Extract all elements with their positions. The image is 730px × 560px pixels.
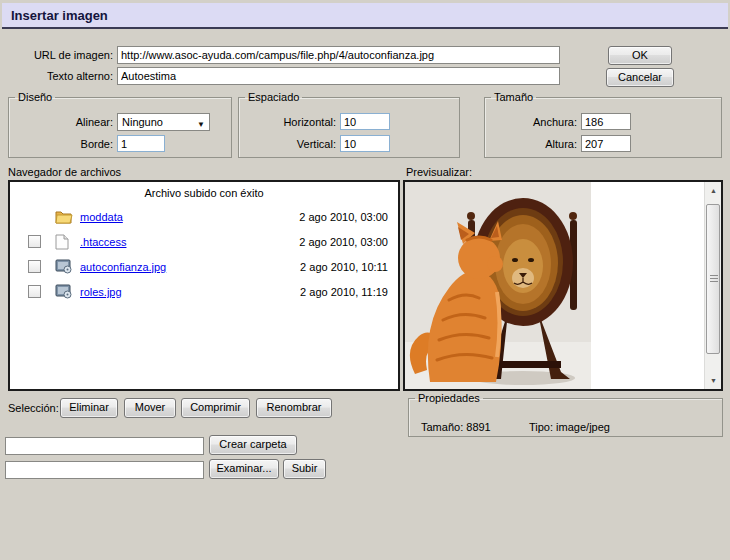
selection-label: Selección: (8, 402, 59, 414)
preview-panel: ▲ ▼ (403, 180, 723, 391)
file-row-autoconfianza: autoconfianza.jpg 2 ago 2010, 10:11 (10, 254, 398, 279)
upload-status-message: Archivo subido con éxito (10, 182, 398, 204)
file-row-moddata: moddata 2 ago 2010, 03:00 (10, 204, 398, 229)
alt-text-label: Texto alterno: (0, 70, 113, 82)
image-file-icon (55, 284, 73, 300)
file-checkbox[interactable] (28, 235, 41, 248)
spacing-legend: Espaciado (245, 91, 302, 103)
file-checkbox[interactable] (28, 285, 41, 298)
align-label: Alinear: (9, 116, 113, 128)
url-input[interactable] (117, 46, 560, 64)
dialog-titlebar: Insertar imagen (2, 3, 728, 29)
size-group: Tamaño Anchura: Altura: (484, 91, 722, 158)
layout-legend: Diseño (15, 91, 55, 103)
ok-button[interactable]: OK (608, 46, 672, 65)
file-link[interactable]: moddata (80, 211, 123, 223)
size-legend: Tamaño (491, 91, 536, 103)
file-link[interactable]: .htaccess (80, 236, 126, 248)
property-type-label: Tipo: (529, 421, 553, 433)
file-checkbox[interactable] (28, 260, 41, 273)
file-browser-label: Navegador de archivos (8, 166, 121, 178)
height-label: Altura: (485, 138, 577, 150)
file-date: 2 ago 2010, 03:00 (299, 211, 398, 223)
file-row-htaccess: .htaccess 2 ago 2010, 03:00 (10, 229, 398, 254)
properties-group: Propiedades Tamaño: 8891 Tipo: image/jpe… (408, 392, 723, 437)
border-label: Borde: (9, 138, 113, 150)
layout-group: Diseño Alinear: Ninguno ▼ Borde: (8, 91, 232, 158)
horizontal-input[interactable] (340, 113, 390, 130)
file-date: 2 ago 2010, 03:00 (299, 236, 398, 248)
folder-icon (55, 209, 73, 225)
preview-scrollbar[interactable]: ▲ ▼ (704, 182, 721, 389)
property-type: Tipo: image/jpeg (529, 421, 610, 433)
upload-button[interactable]: Subir (283, 459, 326, 479)
create-folder-button[interactable]: Crear carpeta (209, 435, 297, 455)
browse-button[interactable]: Examinar... (209, 459, 279, 479)
delete-button[interactable]: Eliminar (60, 398, 118, 418)
property-size-label: Tamaño: (421, 421, 463, 433)
vertical-label: Vertical: (239, 138, 336, 150)
vertical-input[interactable] (340, 135, 390, 152)
file-link[interactable]: roles.jpg (80, 286, 122, 298)
alt-text-input[interactable] (117, 67, 560, 85)
horizontal-label: Horizontal: (239, 116, 336, 128)
scrollbar-grip (710, 275, 718, 284)
chevron-down-icon: ▼ (197, 117, 205, 133)
spacing-group: Espaciado Horizontal: Vertical: (238, 91, 460, 158)
height-input[interactable] (581, 135, 631, 152)
file-link[interactable]: autoconfianza.jpg (80, 261, 166, 273)
file-browser: Archivo subido con éxito moddata 2 ago 2… (8, 180, 400, 391)
border-input[interactable] (117, 135, 165, 152)
scroll-up-icon[interactable]: ▲ (705, 182, 722, 199)
dialog-title: Insertar imagen (11, 8, 108, 23)
file-date: 2 ago 2010, 10:11 (300, 261, 398, 273)
new-folder-input[interactable] (5, 437, 204, 455)
property-type-value: image/jpeg (556, 421, 610, 433)
upload-file-input[interactable] (5, 461, 204, 479)
document-icon (55, 234, 73, 250)
properties-legend: Propiedades (415, 392, 483, 404)
file-row-roles: roles.jpg 2 ago 2010, 11:19 (10, 279, 398, 304)
move-button[interactable]: Mover (124, 398, 176, 418)
file-date: 2 ago 2010, 11:19 (300, 286, 398, 298)
zip-button[interactable]: Comprimir (181, 398, 250, 418)
property-size: Tamaño: 8891 (421, 421, 491, 433)
url-label: URL de imagen: (0, 49, 113, 61)
align-select-value: Ninguno (122, 116, 163, 128)
width-label: Anchura: (485, 116, 577, 128)
align-select[interactable]: Ninguno ▼ (117, 113, 210, 131)
preview-label: Previsualizar: (406, 166, 472, 178)
width-input[interactable] (581, 113, 631, 130)
cancel-button[interactable]: Cancelar (606, 68, 674, 87)
scrollbar-thumb[interactable] (706, 204, 720, 354)
image-file-icon (55, 259, 73, 275)
rename-button[interactable]: Renombrar (256, 398, 332, 418)
property-size-value: 8891 (466, 421, 490, 433)
preview-image (405, 182, 591, 391)
scroll-down-icon[interactable]: ▼ (705, 372, 722, 389)
